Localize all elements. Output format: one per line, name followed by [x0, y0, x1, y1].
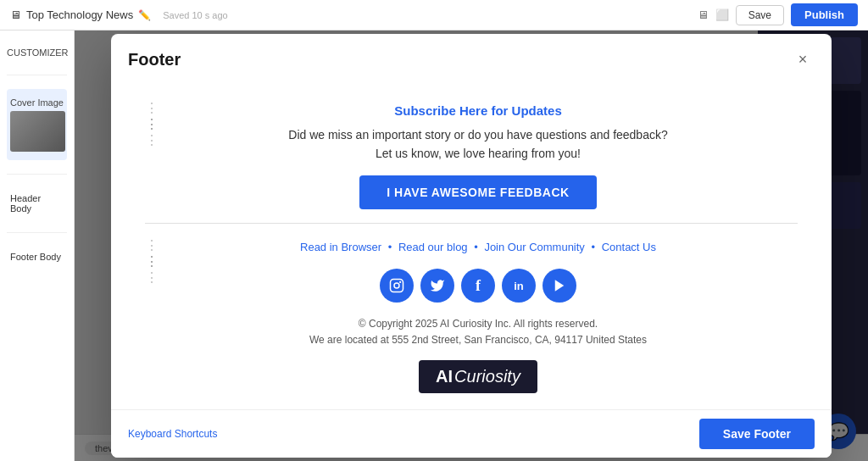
instagram-icon[interactable]: [380, 269, 414, 303]
modal-close-button[interactable]: ×: [791, 47, 815, 71]
save-footer-button[interactable]: Save Footer: [699, 419, 815, 449]
keyboard-shortcuts-link[interactable]: Keyboard Shortcuts: [128, 428, 217, 440]
nav-sep-2: •: [474, 241, 481, 253]
editor-background: 🖥 Top Technology News ✏️ Saved 10 s ago …: [0, 0, 868, 461]
footer-links-section: ⋮ Read in Browser • Read our blog • Join…: [111, 224, 832, 407]
nav-sep-3: •: [592, 241, 598, 253]
save-button[interactable]: Save: [736, 5, 784, 25]
saved-text: Saved 10 s ago: [163, 10, 227, 20]
linkedin-icon[interactable]: in: [502, 269, 536, 303]
top-bar: 🖥 Top Technology News ✏️ Saved 10 s ago …: [0, 0, 868, 31]
nav-link-read-blog[interactable]: Read our blog: [398, 241, 468, 253]
brand-curiosity-text: Curiosity: [454, 367, 520, 386]
top-bar-actions: 🖥 ⬜ Save Publish: [698, 3, 858, 26]
main-content: 730G, ship Footer × ⋮: [75, 31, 868, 461]
subscribe-content: Subscribe Here for Updates Did we miss a…: [159, 103, 798, 209]
svg-marker-3: [555, 280, 565, 292]
tablet-icon: ⬜: [715, 8, 729, 21]
sidebar: CUSTOMIZER Cover Image Header Body Foote…: [0, 31, 75, 461]
site-title: Top Technology News: [26, 8, 133, 21]
sidebar-item-header-body[interactable]: Header Body: [7, 188, 67, 219]
edit-icon: ✏️: [138, 9, 151, 21]
copyright-text: © Copyright 2025 AI Curiosity Inc. All r…: [159, 316, 798, 348]
modal-header: Footer ×: [111, 34, 832, 81]
drag-handle-2[interactable]: ⋮: [145, 241, 159, 282]
social-icons: f in: [159, 269, 798, 303]
customizer-label: CUSTOMIZER: [7, 44, 67, 61]
modal-body[interactable]: ⋮ Subscribe Here for Updates Did we miss…: [111, 81, 832, 409]
sidebar-item-cover-image[interactable]: Cover Image: [7, 89, 67, 160]
modal-footer-bar: Keyboard Shortcuts Save Footer: [111, 409, 832, 458]
feedback-sub: Let us know, we love hearing from you!: [159, 147, 798, 160]
top-bar-title: 🖥 Top Technology News ✏️ Saved 10 s ago: [10, 8, 689, 21]
twitter-icon[interactable]: [420, 269, 454, 303]
brand-logo: AI Curiosity: [419, 360, 537, 393]
footer-links-content: Read in Browser • Read our blog • Join O…: [159, 241, 798, 393]
nav-link-contact[interactable]: Contact Us: [602, 241, 656, 253]
editor-body: CUSTOMIZER Cover Image Header Body Foote…: [0, 31, 868, 461]
nav-links: Read in Browser • Read our blog • Join O…: [159, 241, 798, 253]
publish-button[interactable]: Publish: [791, 3, 858, 26]
cover-image-preview: [10, 111, 65, 152]
sidebar-item-footer-body[interactable]: Footer Body: [7, 247, 67, 267]
youtube-icon[interactable]: [542, 269, 576, 303]
footer-modal: Footer × ⋮ Subscribe Here for Updates Di…: [111, 34, 832, 458]
subscribe-title: Subscribe Here for Updates: [159, 103, 798, 118]
nav-link-read-browser[interactable]: Read in Browser: [300, 241, 381, 253]
monitor-icon: 🖥: [698, 8, 709, 21]
feedback-question: Did we miss an important story or do you…: [159, 128, 798, 142]
subscribe-section: ⋮ Subscribe Here for Updates Did we miss…: [111, 90, 832, 223]
svg-point-1: [394, 283, 399, 288]
modal-overlay: Footer × ⋮ Subscribe Here for Updates Di…: [75, 31, 868, 461]
facebook-icon[interactable]: f: [461, 269, 495, 303]
sidebar-sections: CUSTOMIZER Cover Image Header Body Foote…: [7, 41, 67, 267]
nav-sep-1: •: [388, 241, 395, 253]
modal-title: Footer: [128, 50, 181, 69]
feedback-button[interactable]: I HAVE AWESOME FEEDBACK: [359, 175, 596, 209]
svg-rect-0: [391, 280, 403, 292]
brand-ai-text: AI: [436, 367, 453, 386]
nav-link-community[interactable]: Join Our Community: [484, 241, 584, 253]
drag-handle-1[interactable]: ⋮: [145, 103, 159, 145]
svg-point-2: [399, 281, 401, 283]
